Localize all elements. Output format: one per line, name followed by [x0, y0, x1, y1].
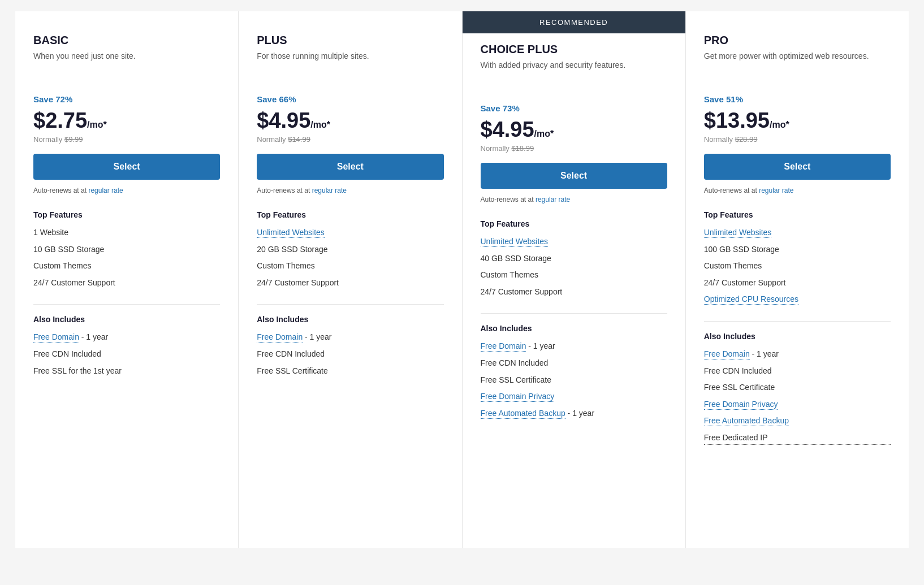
also-feature-link-pro-4[interactable]: Free Automated Backup	[704, 416, 789, 426]
plan-col-pro: PROGet more power with optimized web res…	[686, 11, 909, 548]
also-title-plus: Also Includes	[257, 315, 443, 324]
also-feature-link-pro-0[interactable]: Free Domain	[704, 349, 750, 359]
save-badge-plus: Save 66%	[257, 94, 443, 104]
also-feature-link-pro-3[interactable]: Free Domain Privacy	[704, 400, 778, 410]
also-feature-item-pro-5: Free Dedicated IP	[704, 432, 891, 445]
also-feature-extra-pro-0: - 1 year	[750, 349, 779, 358]
also-feature-item-plus-0: Free Domain - 1 year	[257, 332, 443, 343]
top-features-list-choice-plus: Unlimited Websites40 GB SSD StorageCusto…	[481, 236, 667, 297]
top-feature-link-plus-0[interactable]: Unlimited Websites	[257, 228, 325, 238]
save-badge-choice-plus: Save 73%	[481, 103, 667, 113]
top-feature-item-plus-0: Unlimited Websites	[257, 227, 443, 239]
also-title-pro: Also Includes	[704, 332, 891, 341]
also-feature-extra-choice-plus-0: - 1 year	[526, 341, 555, 350]
also-features-list-basic: Free Domain - 1 yearFree CDN IncludedFre…	[33, 332, 220, 376]
also-feature-item-choice-plus-3: Free Domain Privacy	[481, 391, 667, 402]
top-features-title-basic: Top Features	[33, 210, 220, 219]
top-feature-item-choice-plus-3: 24/7 Customer Support	[481, 287, 667, 298]
top-features-list-pro: Unlimited Websites100 GB SSD StorageCust…	[704, 227, 891, 305]
auto-renews-basic: Auto-renews at at regular rate	[33, 187, 220, 194]
also-feature-item-choice-plus-0: Free Domain - 1 year	[481, 341, 667, 352]
also-feature-link-plus-0[interactable]: Free Domain	[257, 332, 303, 343]
top-feature-item-pro-2: Custom Themes	[704, 261, 891, 272]
plan-name-plus: PLUS	[257, 34, 443, 47]
top-feature-link-pro-0[interactable]: Unlimited Websites	[704, 228, 772, 238]
top-features-list-basic: 1 Website10 GB SSD StorageCustom Themes2…	[33, 227, 220, 288]
also-feature-item-pro-3: Free Domain Privacy	[704, 399, 891, 410]
price-row-basic: $2.75 /mo*	[33, 109, 220, 133]
also-feature-link-choice-plus-0[interactable]: Free Domain	[481, 341, 526, 352]
top-feature-link-choice-plus-0[interactable]: Unlimited Websites	[481, 237, 549, 247]
top-feature-item-basic-0: 1 Website	[33, 227, 220, 239]
regular-rate-link-plus[interactable]: regular rate	[312, 187, 347, 194]
plan-name-basic: BASIC	[33, 34, 220, 47]
divider-pro	[704, 321, 891, 322]
top-feature-item-choice-plus-0: Unlimited Websites	[481, 236, 667, 248]
price-normal-pro: Normally $28.99	[704, 135, 891, 144]
select-button-basic[interactable]: Select	[33, 154, 220, 180]
top-feature-item-pro-0: Unlimited Websites	[704, 227, 891, 239]
price-suffix-pro: /mo*	[770, 120, 789, 130]
divider-basic	[33, 304, 220, 305]
regular-rate-link-pro[interactable]: regular rate	[759, 187, 793, 194]
price-row-pro: $13.95 /mo*	[704, 109, 891, 133]
price-row-plus: $4.95 /mo*	[257, 109, 443, 133]
auto-renews-pro: Auto-renews at at regular rate	[704, 187, 891, 194]
also-feature-item-pro-0: Free Domain - 1 year	[704, 349, 891, 360]
also-feature-link-choice-plus-3[interactable]: Free Domain Privacy	[481, 392, 555, 402]
top-feature-item-basic-1: 10 GB SSD Storage	[33, 244, 220, 255]
top-feature-item-choice-plus-1: 40 GB SSD Storage	[481, 253, 667, 265]
also-title-choice-plus: Also Includes	[481, 324, 667, 333]
also-feature-link-basic-0[interactable]: Free Domain	[33, 332, 79, 343]
plan-desc-basic: When you need just one site.	[33, 50, 220, 79]
plan-name-choice-plus: CHOICE PLUS	[481, 43, 667, 56]
also-feature-extra-choice-plus-4: - 1 year	[565, 409, 594, 418]
also-feature-item-basic-1: Free CDN Included	[33, 349, 220, 360]
also-features-list-pro: Free Domain - 1 yearFree CDN IncludedFre…	[704, 349, 891, 445]
price-amount-choice-plus: $4.95	[481, 118, 534, 142]
plan-desc-plus: For those running multiple sites.	[257, 50, 443, 79]
top-feature-item-basic-2: Custom Themes	[33, 261, 220, 272]
also-feature-extra-basic-0: - 1 year	[79, 332, 108, 341]
also-feature-item-choice-plus-1: Free CDN Included	[481, 358, 667, 369]
top-feature-item-choice-plus-2: Custom Themes	[481, 270, 667, 281]
top-feature-item-plus-3: 24/7 Customer Support	[257, 278, 443, 289]
pricing-table: BASICWhen you need just one site.Save 72…	[15, 11, 909, 548]
regular-rate-link-basic[interactable]: regular rate	[88, 187, 123, 194]
top-features-list-plus: Unlimited Websites20 GB SSD StorageCusto…	[257, 227, 443, 288]
divider-choice-plus	[481, 313, 667, 314]
top-feature-item-pro-1: 100 GB SSD Storage	[704, 244, 891, 255]
recommended-banner: RECOMMENDED	[463, 11, 685, 33]
plan-name-pro: PRO	[704, 34, 891, 47]
also-feature-extra-plus-0: - 1 year	[303, 332, 331, 341]
price-amount-pro: $13.95	[704, 109, 770, 133]
plan-col-basic: BASICWhen you need just one site.Save 72…	[15, 11, 239, 548]
save-badge-basic: Save 72%	[33, 94, 220, 104]
also-feature-item-plus-2: Free SSL Certificate	[257, 366, 443, 377]
select-button-choice-plus[interactable]: Select	[481, 163, 667, 189]
top-feature-item-plus-2: Custom Themes	[257, 261, 443, 272]
also-feature-item-basic-0: Free Domain - 1 year	[33, 332, 220, 343]
select-button-pro[interactable]: Select	[704, 154, 891, 180]
plan-col-plus: PLUSFor those running multiple sites.Sav…	[239, 11, 462, 548]
also-title-basic: Also Includes	[33, 315, 220, 324]
select-button-plus[interactable]: Select	[257, 154, 443, 180]
also-feature-item-choice-plus-2: Free SSL Certificate	[481, 375, 667, 386]
also-features-list-plus: Free Domain - 1 yearFree CDN IncludedFre…	[257, 332, 443, 376]
price-suffix-basic: /mo*	[87, 120, 107, 130]
plan-col-choice-plus: RECOMMENDEDCHOICE PLUSWith added privacy…	[463, 11, 686, 548]
also-feature-item-basic-2: Free SSL for the 1st year	[33, 366, 220, 377]
also-feature-item-pro-1: Free CDN Included	[704, 366, 891, 377]
price-suffix-choice-plus: /mo*	[534, 129, 554, 139]
save-badge-pro: Save 51%	[704, 94, 891, 104]
price-normal-plus: Normally $14.99	[257, 135, 443, 144]
also-feature-link-choice-plus-4[interactable]: Free Automated Backup	[481, 409, 565, 419]
also-feature-item-pro-2: Free SSL Certificate	[704, 382, 891, 393]
price-suffix-plus: /mo*	[310, 120, 330, 130]
top-feature-link-pro-4[interactable]: Optimized CPU Resources	[704, 294, 798, 305]
top-features-title-choice-plus: Top Features	[481, 219, 667, 228]
regular-rate-link-choice-plus[interactable]: regular rate	[536, 196, 570, 203]
auto-renews-choice-plus: Auto-renews at at regular rate	[481, 196, 667, 203]
top-feature-item-plus-1: 20 GB SSD Storage	[257, 244, 443, 255]
plan-desc-pro: Get more power with optimized web resour…	[704, 50, 891, 79]
